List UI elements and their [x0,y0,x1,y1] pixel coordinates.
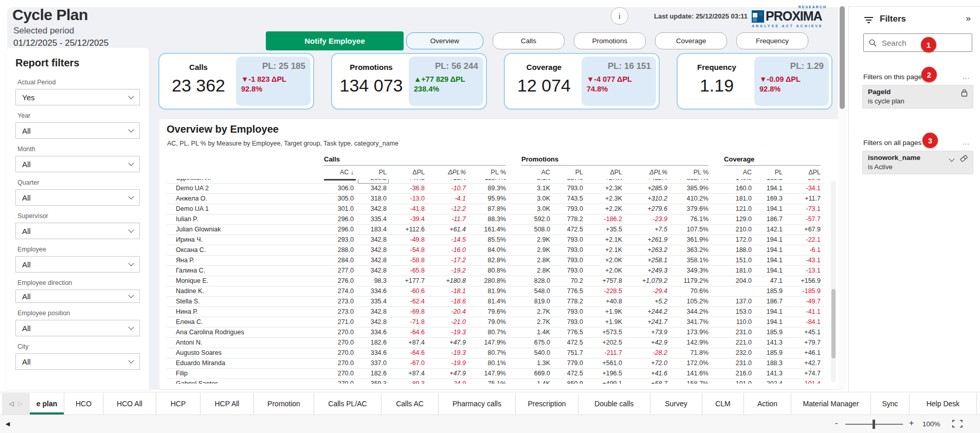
table-row[interactable]: Antoni N.270.0182.6+87.4+47.9147.9%675.0… [167,337,824,348]
value-cell: -67.0 [390,358,428,368]
tab-calls-pl-ac[interactable]: Calls PL/AC [314,393,382,414]
filter-card-isnowork[interactable]: isnowork_name is Active [862,151,973,174]
column-header[interactable]: AC [712,166,755,179]
table-row[interactable]: Ana Carolina Rodrigues270.0334.6-64.6-19… [167,327,824,337]
column-header[interactable]: ΔPL% [625,166,670,179]
tab-action[interactable]: Action [744,393,791,414]
collapse-pane-icon[interactable]: » [966,13,971,24]
table-row[interactable]: Demo UA 2306.0342.8-36.8-10.789.3%3.1K79… [167,183,824,193]
table-row[interactable]: Stella S.273.0335.4-62.4-18.681.4%819.07… [167,296,824,306]
page-scrollbar[interactable] [838,4,846,389]
table-row[interactable]: Gabriel Santos270.0359.3-89.3-24.975.1%1… [167,378,824,384]
column-header[interactable]: ΔPL [390,166,428,179]
tab-pharmacy-calls[interactable]: Pharmacy calls [439,393,516,414]
table-row[interactable]: Анжела О.305.0318.0-13.0-4.195.9%3.0K743… [167,193,824,204]
tab-sync[interactable]: Sync [871,393,910,414]
table-row[interactable]: Augusto Soares270.0334.6-64.6-19.380.7%5… [167,348,824,358]
employee-name-cell: Елена С. [167,317,321,327]
filter-card-pageid[interactable]: PageId is cycle plan [862,85,973,109]
notify-employee-button[interactable]: Notify Employee [266,31,404,50]
collapse-left-icon[interactable]: ◄ [4,420,11,428]
tab-survey[interactable]: Survey [650,393,702,414]
page-scrollbar-thumb[interactable] [840,6,845,109]
table-row[interactable]: Eduardo Miranda270.0337.0-67.0-19.980.1%… [167,358,824,368]
all-pages-menu-dots[interactable]: ... [963,138,970,146]
zoom-slider-handle[interactable] [873,420,875,429]
kpi-card-calls[interactable]: Calls23 362PL: 25 185▼-1 823 ΔPL92.8% [158,53,314,110]
table-row[interactable]: Monique E.276.098.3+177.7+180.8280.8%828… [167,276,824,286]
tab-e-plan[interactable]: e plan [30,393,64,414]
tab-clm[interactable]: CLM [702,393,744,414]
chevron-down-icon [128,357,134,363]
table-row[interactable]: Nadine K.274.0334.6-60.6-18.181.9%548.07… [167,286,824,296]
tab-hcp-all[interactable]: HCP All [201,393,254,414]
nav-pill-frequency[interactable]: Frequency [736,32,808,49]
filter-search-box[interactable] [863,33,972,52]
tab-double-calls[interactable]: Double calls [578,393,650,414]
info-icon[interactable]: i [611,7,628,25]
next-page-icon[interactable]: ▷ [18,400,23,407]
this-page-menu-dots[interactable]: ... [963,73,970,80]
column-header[interactable]: PL [553,166,586,179]
table-row[interactable]: Julian Glowniak296.0183.4+112.6+61.4161.… [167,224,824,234]
table-row[interactable]: Iulian P.296.0335.4-39.4-11.788.3%592.07… [167,214,824,224]
chevron-down-icon[interactable] [949,156,954,161]
filter-dropdown-actual-period[interactable]: Yes [15,89,140,105]
value-cell: 472.5 [553,337,586,348]
column-header[interactable]: ΔPL [586,166,625,179]
tab-hco[interactable]: HCO [64,393,103,414]
tab-prescription[interactable]: Prescription [516,393,578,414]
table-row[interactable]: Яна Р.284.0342.8-58.8-17.282.8%2.8K793.0… [167,255,824,265]
table-row[interactable]: Demo UA 1301.0342.8-41.8-12.287.8%3.0K79… [167,204,824,214]
nav-pill-overview[interactable]: Overview [406,32,483,49]
eraser-icon[interactable] [960,155,968,162]
nav-pill-calls[interactable]: Calls [493,32,565,49]
tab-calls-ac[interactable]: Calls AC [382,393,439,414]
kpi-card-frequency[interactable]: Frequency1.19PL: 1.29▼-0.09 ΔPL92.8% [677,53,832,110]
kpi-plan-value: PL: 25 185 [241,61,305,71]
kpi-card-promotions[interactable]: Promotions134 073PL: 56 244▲+77 829 ΔPL2… [331,53,487,110]
cycle-plan-dashboard: Cycle Plan Selected period 01/12/2025 - … [0,0,980,433]
filter-dropdown-month[interactable]: All [15,156,140,172]
column-header[interactable]: PL [755,166,786,179]
column-header[interactable]: ΔPL [786,166,824,179]
nav-pill-coverage[interactable]: Coverage [655,32,727,49]
filter-dropdown-employee-position[interactable]: All [15,320,140,336]
tab-material-manager[interactable]: Material Manager [791,393,871,414]
filter-dropdown-employee-direction[interactable]: All [15,290,140,303]
employee-name-cell: Галина С. [167,265,321,276]
table-row[interactable]: Оксана С.288.0342.8-54.8-16.084.0%2.9K79… [167,245,824,255]
filter-dropdown-city[interactable]: All [15,353,140,370]
column-header[interactable]: AC ↓ [321,166,357,179]
column-header[interactable]: PL [357,166,390,179]
prev-page-icon[interactable]: ◁ [9,400,14,407]
filter-dropdown-supervisor[interactable]: All [15,223,140,239]
column-header[interactable]: ΔPL% [428,166,469,179]
table-row[interactable]: Ирина Ч.293.0342.8-49.8-14.585.5%2.9K793… [167,234,824,245]
column-header[interactable]: AC [509,166,553,179]
table-scrollbar-thumb[interactable] [831,289,836,358]
tab-hco-all[interactable]: HCO All [103,393,156,414]
zoom-in-button[interactable]: + [909,419,914,428]
table-row[interactable]: Елена С.271.0342.8-71.8-21.079.0%2.7K793… [167,317,824,327]
value-cell: -60.6 [390,286,428,296]
fit-to-screen-icon[interactable] [952,420,963,428]
filter-dropdown-year[interactable]: All [15,122,140,139]
column-header[interactable]: PL % [670,166,712,179]
column-header[interactable]: PL % [469,166,509,179]
tab-help-desk[interactable]: Help Desk [910,393,977,414]
filter-dropdown-employee[interactable]: All [15,256,140,273]
value-cell: 194.1 [755,245,786,255]
value-cell: -84.1 [786,317,824,327]
zoom-out-button[interactable]: - [835,418,838,428]
table-row[interactable]: Нина Р.273.0342.8-69.8-20.479.6%2.7K793.… [167,306,824,317]
table-row[interactable]: Галина С.277.0342.8-65.8-19.280.8%2.8K79… [167,265,824,276]
table-row[interactable]: Одилжон Л.308.0260.2+47.8+18.4118.4%3.1K… [167,179,824,183]
tab-hcp[interactable]: HCP [156,393,201,414]
table-row[interactable]: Filip270.0182.6+87.4+47.9147.9%669.0472.… [167,368,824,378]
tab-promotion[interactable]: Promotion [254,393,314,414]
filter-dropdown-quarter[interactable]: All [15,189,140,206]
table-scrollbar[interactable] [831,181,836,383]
nav-pill-promotions[interactable]: Promotions [574,32,646,49]
kpi-card-coverage[interactable]: Coverage12 074PL: 16 151▼-4 077 ΔPL74.8% [504,53,660,110]
